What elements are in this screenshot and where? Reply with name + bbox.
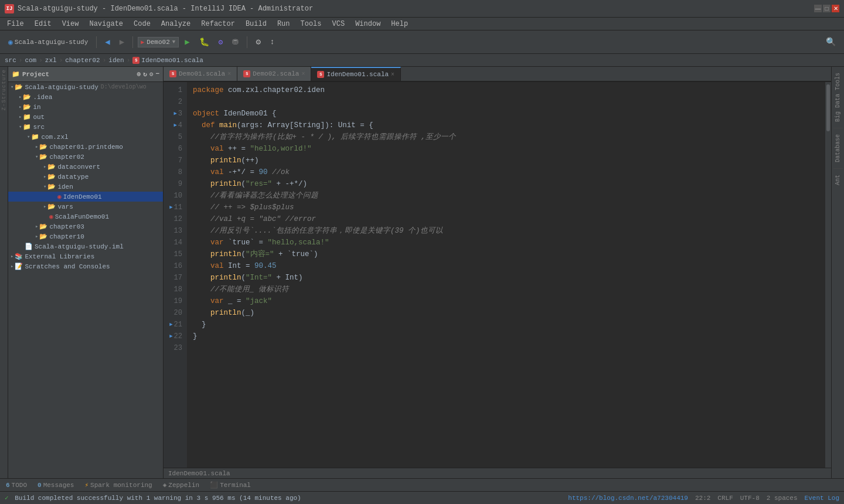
breadcrumb-file[interactable]: S IdenDemo01.scala: [132, 57, 203, 64]
editor-scrollbar-thumb[interactable]: [826, 84, 830, 131]
tree-scalafundemo01[interactable]: ◉ ScalaFunDemo01: [8, 212, 163, 222]
toolbar-vcs[interactable]: ↕: [267, 36, 278, 48]
bottom-todo[interactable]: 6 TODO: [4, 482, 29, 489]
folder-icon-datatype: 📂: [47, 173, 56, 181]
bottom-zeppelin[interactable]: ◈ Zeppelin: [161, 481, 202, 489]
project-header: 📁 Project ⊕ ↻ ⚙ −: [8, 67, 163, 82]
code-line-15: println("内容=" + `true`): [193, 248, 825, 260]
debug-button[interactable]: 🐛: [196, 35, 213, 49]
minimize-button[interactable]: —: [814, 5, 822, 12]
toolbar-project-name[interactable]: ◉ Scala-atguigu-study: [5, 36, 91, 49]
code-area[interactable]: package com.zxl.chapter02.iden object Id…: [187, 82, 825, 468]
menu-refactor[interactable]: Refactor: [196, 19, 240, 29]
tree-ch03[interactable]: ▸ 📂 chapter03: [8, 222, 163, 231]
fold-arrow-11[interactable]: ▶: [169, 202, 172, 213]
linenum-3: ▶3: [164, 108, 187, 120]
status-indent[interactable]: 2 spaces: [767, 495, 798, 502]
breadcrumb-zxl[interactable]: zxl: [45, 57, 57, 64]
tree-comzxl[interactable]: ▾ 📁 com.zxl: [8, 132, 163, 142]
tree-src[interactable]: ▾ 📁 src: [8, 122, 163, 132]
right-strip-ant[interactable]: Ant: [835, 171, 841, 189]
fold-arrow-4[interactable]: ▶: [173, 120, 176, 131]
status-right: https://blog.csdn.net/a72304419 22:2 CRL…: [568, 495, 839, 502]
menu-file[interactable]: File: [2, 19, 29, 29]
tree-idendemo01[interactable]: ◉ IdenDemo01: [8, 192, 163, 202]
toolbar-search-everywhere[interactable]: 🔍: [822, 35, 839, 49]
maximize-button[interactable]: □: [823, 5, 831, 12]
breadcrumb-chapter02[interactable]: chapter02: [65, 57, 100, 64]
breadcrumb-iden[interactable]: iden: [108, 57, 124, 64]
menu-navigate[interactable]: Navigate: [84, 19, 128, 29]
editor-scrollbar[interactable]: [825, 82, 831, 468]
status-crlf[interactable]: CRLF: [717, 495, 733, 502]
fold-arrow-3[interactable]: ▶: [173, 108, 176, 120]
bottom-spark[interactable]: ⚡ Spark monitoring: [82, 481, 154, 489]
tree-vars[interactable]: ▸ 📂 vars: [8, 202, 163, 212]
tab-idendemo01[interactable]: S IdenDemo01.scala ×: [311, 67, 401, 81]
tree-dataconvert[interactable]: ▸ 📂 dataconvert: [8, 162, 163, 172]
bottom-terminal[interactable]: ⬛ Terminal: [207, 481, 253, 489]
sync-icon[interactable]: ↻: [143, 70, 147, 78]
tab-close-demo02[interactable]: ×: [301, 71, 305, 77]
tree-out[interactable]: ▸ 📁 out: [8, 112, 163, 122]
tree-root[interactable]: ▾ 📂 Scala-atguigu-study D:\develop\wo: [8, 82, 163, 92]
tree-ch10[interactable]: ▸ 📂 chapter10: [8, 231, 163, 241]
status-encoding[interactable]: UTF-8: [740, 495, 760, 502]
right-strip-database[interactable]: Database: [835, 131, 841, 166]
tab-close-demo01[interactable]: ×: [227, 71, 231, 77]
menu-code[interactable]: Code: [129, 19, 155, 29]
menu-vcs[interactable]: VCS: [328, 19, 350, 29]
linenum-23: 23: [164, 342, 187, 354]
toolbar-back[interactable]: ◀: [101, 35, 113, 49]
scala-file-icon-idendemo01: ◉: [57, 193, 62, 200]
menu-help[interactable]: Help: [386, 19, 413, 29]
folder-icon-ch01: 📂: [39, 143, 47, 151]
tree-idea[interactable]: ▸ 📂 .idea: [8, 92, 163, 102]
file-scala-icon: S: [132, 57, 139, 64]
tab-demo01[interactable]: S Demo01.scala ×: [164, 67, 237, 81]
tree-ch01[interactable]: ▸ 📂 chapter01.printdemo: [8, 142, 163, 152]
right-strip-bigdata[interactable]: Big Data Tools: [835, 69, 841, 125]
tree-scratches[interactable]: ▸ 📝 Scratches and Consoles: [8, 261, 163, 271]
linenum-8: 8: [164, 166, 187, 178]
menu-window[interactable]: Window: [350, 19, 385, 29]
toolbar-settings[interactable]: ⚙: [252, 35, 264, 49]
tab-close-idendemo01[interactable]: ×: [391, 71, 394, 78]
run-config-selector[interactable]: ▶ Demo02 ▼: [138, 37, 179, 47]
add-icon[interactable]: ⊕: [137, 70, 141, 78]
breadcrumb-com[interactable]: com: [25, 57, 36, 64]
menu-view[interactable]: View: [57, 19, 84, 29]
run-button[interactable]: ▶: [181, 35, 193, 49]
toolbar-db[interactable]: ⛃: [229, 36, 242, 49]
folder-icon: 📁: [12, 70, 20, 78]
toolbar-sep3: [247, 36, 247, 48]
menu-run[interactable]: Run: [273, 19, 295, 29]
tree-datatype[interactable]: ▸ 📂 datatype: [8, 172, 163, 182]
menu-tools[interactable]: Tools: [296, 19, 326, 29]
fold-arrow-21[interactable]: ▶: [169, 319, 172, 331]
build-button[interactable]: ⚙: [215, 36, 227, 49]
close-button[interactable]: ✕: [832, 5, 839, 12]
code-line-10: //看看编译器怎么处理这个问题: [193, 190, 825, 202]
menu-edit[interactable]: Edit: [30, 19, 56, 29]
tree-in[interactable]: ▸ 📂 in: [8, 102, 163, 112]
menu-build[interactable]: Build: [241, 19, 271, 29]
tree-ch02[interactable]: ▾ 📂 chapter02: [8, 152, 163, 162]
collapse-icon[interactable]: −: [155, 70, 159, 78]
breadcrumb-src[interactable]: src: [5, 57, 16, 64]
toolbar-forward[interactable]: ▶: [116, 35, 128, 49]
fold-arrow-22[interactable]: ▶: [169, 331, 172, 342]
bottom-messages[interactable]: 0 Messages: [35, 482, 76, 489]
status-eventlog[interactable]: Event Log: [805, 495, 839, 502]
tree-iden[interactable]: ▾ 📂 iden: [8, 182, 163, 192]
editor-area: S Demo01.scala × S Demo02.scala × S Iden…: [164, 67, 831, 478]
menu-analyze[interactable]: Analyze: [156, 19, 195, 29]
tree-extlibs[interactable]: ▸ 📚 External Libraries: [8, 251, 163, 261]
project-root-icon: 📂: [15, 83, 23, 91]
toolbar-sep1: [96, 36, 97, 48]
tab-demo02[interactable]: S Demo02.scala ×: [237, 67, 311, 81]
tree-iml[interactable]: 📄 Scala-atguigu-study.iml: [8, 241, 163, 251]
code-line-18: //不能使用_ 做标识符: [193, 284, 825, 295]
settings-icon[interactable]: ⚙: [149, 70, 154, 78]
status-url[interactable]: https://blog.csdn.net/a72304419: [568, 495, 688, 502]
